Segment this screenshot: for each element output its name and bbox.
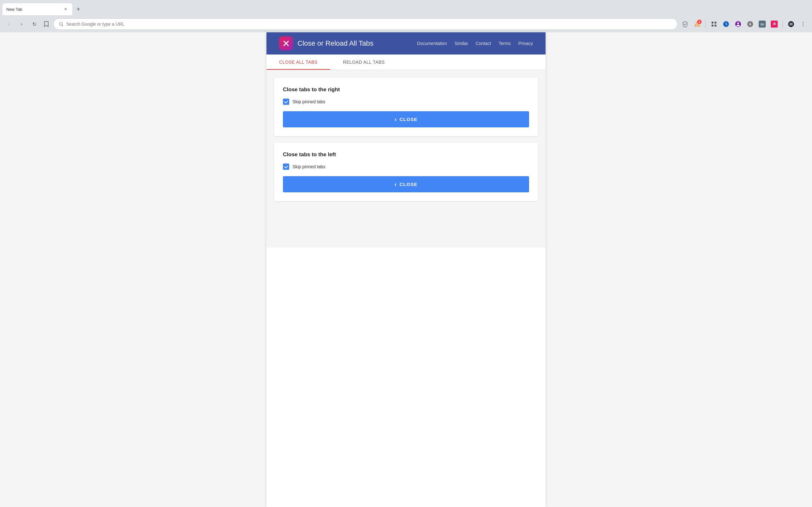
tab-close-button[interactable]: ✕	[63, 6, 68, 12]
checkbox-row-right: Skip pinned tabs	[283, 99, 529, 105]
ss-icon-button[interactable]: SS	[757, 19, 767, 29]
back-button[interactable]: ‹	[4, 19, 14, 29]
tab-reload-all[interactable]: RELOAD ALL TABS	[330, 55, 397, 70]
page-content: Close or Reload All Tabs Documentation S…	[0, 32, 812, 507]
svg-text:✕: ✕	[773, 21, 776, 26]
clock-icon-button[interactable]	[721, 19, 731, 29]
toolbar: ‹ › ↻	[0, 16, 812, 32]
svg-rect-5	[715, 25, 716, 26]
nav-contact[interactable]: Contact	[476, 41, 491, 46]
svg-text:!: !	[697, 23, 698, 26]
close-right-label: CLOSE	[399, 117, 417, 122]
bookmark-button[interactable]	[42, 20, 51, 29]
svg-rect-3	[715, 22, 716, 24]
reload-button[interactable]: ↻	[29, 19, 39, 29]
extension-title: Close or Reload All Tabs	[298, 39, 417, 48]
extension-window: Close or Reload All Tabs Documentation S…	[266, 32, 546, 507]
tab-close-all[interactable]: CLOSE ALL TABS	[266, 55, 330, 70]
nav-privacy[interactable]: Privacy	[518, 41, 533, 46]
checkbox-label-left: Skip pinned tabs	[293, 164, 325, 169]
checkbox-skip-pinned-left[interactable]	[283, 164, 289, 170]
grid-icon-button[interactable]	[709, 19, 719, 29]
svg-rect-4	[712, 25, 714, 26]
tabs-bar: CLOSE ALL TABS RELOAD ALL TABS	[266, 55, 546, 70]
toolbar-separator	[705, 20, 706, 28]
svg-point-18	[803, 24, 804, 25]
nav-terms[interactable]: Terms	[499, 41, 511, 46]
shield-icon-button[interactable]	[680, 19, 690, 29]
svg-text:G: G	[749, 22, 751, 26]
user-icon-button[interactable]	[733, 19, 743, 29]
new-tab-button[interactable]: +	[73, 4, 83, 14]
extension-header: Close or Reload All Tabs Documentation S…	[266, 32, 546, 55]
svg-point-8	[737, 22, 739, 24]
browser-chrome: New Tab ✕ + ‹ › ↻	[0, 0, 812, 32]
card-close-right: Close tabs to the right Skip pinned tabs…	[274, 78, 538, 136]
extension-nav: Documentation Similar Contact Terms Priv…	[417, 41, 533, 46]
tab-title: New Tab	[6, 7, 60, 12]
svg-point-17	[803, 22, 804, 23]
checkbox-row-left: Skip pinned tabs	[283, 164, 529, 170]
card-right-title: Close tabs to the right	[283, 87, 529, 93]
address-bar[interactable]	[53, 18, 677, 30]
card-left-title: Close tabs to the left	[283, 152, 529, 158]
checkbox-skip-pinned-right[interactable]	[283, 99, 289, 105]
toolbar-icons: ! 1	[680, 19, 808, 29]
card-close-left: Close tabs to the left Skip pinned tabs …	[274, 143, 538, 201]
alert-icon-button[interactable]: ! 1	[692, 19, 702, 29]
menu-button[interactable]	[798, 19, 808, 29]
forward-button[interactable]: ›	[16, 19, 27, 29]
alert-badge: 1	[697, 20, 702, 24]
tab-bar: New Tab ✕ +	[0, 0, 812, 16]
toolbar-separator2	[782, 20, 783, 28]
extension-content: Close tabs to the right Skip pinned tabs…	[266, 70, 546, 247]
extension-logo	[279, 37, 293, 50]
close-left-label: CLOSE	[399, 181, 417, 187]
nav-documentation[interactable]: Documentation	[417, 41, 447, 46]
stripe-icon-button[interactable]	[786, 19, 796, 29]
nav-similar[interactable]: Similar	[455, 41, 468, 46]
settings-icon-button[interactable]: G	[745, 19, 755, 29]
chevron-left-icon	[395, 181, 397, 188]
svg-text:SS: SS	[760, 23, 764, 26]
extension-x-icon-button[interactable]: ✕	[769, 19, 779, 29]
checkbox-label-right: Skip pinned tabs	[293, 99, 325, 104]
search-icon	[59, 21, 64, 26]
svg-rect-2	[712, 22, 714, 24]
browser-tab[interactable]: New Tab ✕	[3, 3, 72, 15]
chevron-right-icon	[395, 116, 397, 123]
svg-point-19	[803, 26, 804, 26]
close-left-button[interactable]: CLOSE	[283, 176, 529, 192]
address-input[interactable]	[66, 21, 672, 26]
close-right-button[interactable]: CLOSE	[283, 111, 529, 127]
